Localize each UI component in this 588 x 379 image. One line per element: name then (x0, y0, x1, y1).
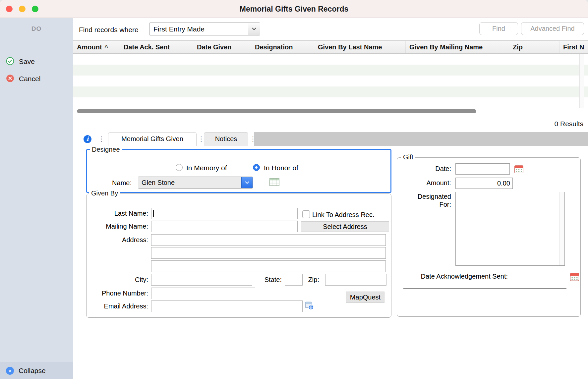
link-to-address-checkbox[interactable] (302, 210, 310, 218)
gift-amount-label: Amount: (427, 179, 451, 187)
email-window-icon[interactable] (305, 301, 314, 311)
record-info-icon[interactable]: i (84, 135, 91, 143)
email-address-label: Email Address: (104, 302, 148, 310)
results-table-body (73, 54, 588, 114)
tab-separator-dots-icon: ⋮ (198, 132, 205, 146)
radio-in-memory-of[interactable] (176, 164, 183, 171)
gift-date-input[interactable] (455, 163, 510, 175)
mapquest-button[interactable]: MapQuest (346, 292, 384, 303)
table-row[interactable] (73, 76, 588, 86)
column-header-date-given[interactable]: Date Given (193, 41, 251, 53)
designee-name-combobox[interactable]: Glen Stone (138, 177, 253, 189)
divider (403, 288, 566, 289)
designee-fieldset: Designee In Memory of In Honor of Name: … (86, 149, 391, 193)
text-cursor (153, 210, 154, 217)
find-records-where-value: First Entry Made (149, 23, 248, 35)
radio-in-memory-of-label[interactable]: In Memory of (186, 164, 227, 172)
table-row[interactable] (73, 86, 588, 97)
collapse-button[interactable]: « Collapse (6, 366, 46, 375)
tab-separator-dots-icon: ⋮ (250, 132, 256, 146)
designated-for-label: Designated For: (411, 192, 451, 208)
gift-date-label: Date: (435, 165, 451, 173)
chevron-down-icon[interactable] (241, 177, 253, 188)
column-header-amount[interactable]: Amount^ (73, 41, 120, 53)
tab-bar: i ⋮ ⋮ ⋮ Memorial Gifts Given Notices (73, 132, 588, 146)
table-row[interactable] (73, 65, 588, 76)
title-bar: Memorial Gifts Given Records (0, 0, 588, 18)
calendar-icon[interactable] (514, 164, 524, 174)
table-row[interactable] (73, 97, 588, 108)
tab-memorial-gifts-given[interactable]: Memorial Gifts Given (108, 132, 197, 146)
table-row[interactable] (73, 54, 588, 65)
window-title: Memorial Gifts Given Records (0, 0, 588, 18)
city-label: City: (135, 276, 148, 284)
vertical-scrollbar-track[interactable] (579, 54, 584, 108)
date-ack-sent-input[interactable] (512, 271, 566, 282)
cancel-button[interactable]: Cancel (6, 74, 40, 83)
name-label: Name: (112, 179, 132, 187)
column-header-date-ack-sent[interactable]: Date Ack. Sent (120, 41, 193, 53)
city-input[interactable] (151, 274, 252, 286)
spreadsheet-icon (269, 178, 279, 187)
results-count: 0 Results (0, 120, 583, 128)
cancel-label: Cancel (19, 75, 40, 83)
sidebar: DO Save Cancel (0, 18, 73, 362)
mailing-name-input[interactable] (151, 221, 298, 232)
zip-input[interactable] (325, 274, 386, 286)
phone-number-label: Phone Number: (102, 290, 148, 297)
select-from-list-button[interactable] (269, 178, 280, 187)
sidebar-section-header: DO (0, 25, 73, 32)
column-header-first-name[interactable]: First N (559, 41, 588, 53)
address-line2-input[interactable] (151, 247, 386, 259)
horizontal-scrollbar-thumb[interactable] (77, 109, 476, 113)
gift-amount-input[interactable] (455, 178, 513, 189)
radio-in-honor-of[interactable] (253, 164, 260, 171)
table-header-row: Amount^ Date Ack. Sent Date Given Design… (73, 40, 588, 54)
tab-separator-dots-icon: ⋮ (98, 132, 105, 146)
collapse-icon: « (6, 367, 14, 375)
select-address-button[interactable]: Select Address (301, 221, 389, 232)
tab-notices[interactable]: Notices (204, 132, 248, 146)
last-name-label: Last Name: (114, 210, 148, 217)
phone-number-input[interactable] (151, 288, 255, 299)
state-input[interactable] (285, 274, 303, 286)
collapse-label: Collapse (19, 367, 46, 375)
chevron-down-icon[interactable] (248, 23, 260, 35)
state-label: State: (265, 276, 282, 284)
column-header-designation[interactable]: Designation (251, 41, 314, 53)
column-header-given-by-mailing-name[interactable]: Given By Mailing Name (406, 41, 509, 53)
given-by-legend: Given By (89, 190, 120, 197)
sidebar-footer: « Collapse (0, 362, 73, 379)
designee-name-value: Glen Stone (138, 177, 241, 188)
save-button[interactable]: Save (6, 57, 35, 66)
last-name-input[interactable] (151, 208, 298, 219)
given-by-fieldset: Given By Last Name: Link To Address Rec.… (86, 193, 391, 318)
cancel-icon (6, 74, 14, 84)
address-label: Address: (122, 236, 148, 244)
address-line1-input[interactable] (151, 234, 386, 246)
address-line3-input[interactable] (151, 260, 386, 272)
mailing-name-label: Mailing Name: (106, 223, 148, 230)
link-to-address-label[interactable]: Link To Address Rec. (312, 211, 375, 219)
find-records-where-label: Find records where (79, 26, 139, 34)
app-window: Memorial Gifts Given Records DO Save Can… (0, 0, 588, 379)
sort-ascending-icon: ^ (105, 44, 108, 51)
date-ack-sent-label: Date Acknowledgement Sent: (421, 273, 508, 280)
designee-legend: Designee (90, 146, 122, 153)
textarea-scrollbar-track (559, 192, 564, 265)
gift-legend: Gift (401, 153, 415, 161)
find-records-where-select[interactable]: First Entry Made (149, 23, 260, 35)
gift-fieldset: Gift Date: Amount: Designated For: Date … (397, 157, 581, 317)
column-header-given-by-last-name[interactable]: Given By Last Name (314, 41, 406, 53)
email-address-input[interactable] (151, 300, 303, 312)
calendar-icon[interactable] (569, 272, 579, 281)
find-button[interactable]: Find (479, 22, 518, 35)
column-header-zip[interactable]: Zip (509, 41, 559, 53)
save-icon (6, 57, 14, 67)
zip-label: Zip: (308, 276, 319, 284)
radio-in-honor-of-label[interactable]: In Honor of (264, 164, 298, 172)
advanced-find-button[interactable]: Advanced Find (521, 22, 584, 35)
designated-for-textarea[interactable] (455, 192, 565, 266)
save-label: Save (19, 58, 35, 66)
